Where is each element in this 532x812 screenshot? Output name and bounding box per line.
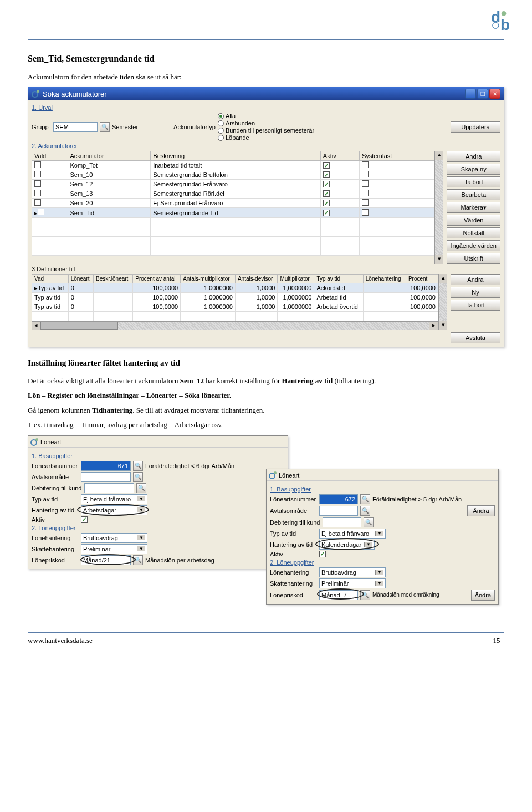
side-buttons-col: ÄndraSkapa nyTa bortBearbetaMarkera ▾Vär… xyxy=(447,151,500,264)
ändra-button[interactable]: Ändra xyxy=(447,151,500,162)
footer-page: - 15 - xyxy=(489,636,504,645)
app-icon xyxy=(30,438,38,446)
top-divider xyxy=(28,39,504,40)
skapa-ny-button[interactable]: Skapa ny xyxy=(447,164,500,175)
ny-button[interactable]: Ny xyxy=(451,287,500,298)
lonehant-combo[interactable]: Bruttoavdrag▼ xyxy=(319,567,386,577)
lookup-button[interactable]: 🔍 xyxy=(364,517,374,527)
skatt-combo[interactable]: Preliminär▼ xyxy=(319,578,386,588)
section-1: 1. Basuppgifter xyxy=(270,486,495,493)
scroll-down-button[interactable]: ▾ xyxy=(439,321,447,330)
acktyp-label: Ackumulatortyp xyxy=(173,124,216,130)
titlebar: Söka ackumulatorer _ ❐ ✕ xyxy=(28,87,504,100)
app-icon xyxy=(269,471,277,479)
pris-input[interactable] xyxy=(81,555,131,565)
app-icon xyxy=(32,90,39,98)
pris-input[interactable] xyxy=(319,590,358,600)
loneartsnummer-input[interactable] xyxy=(81,461,131,471)
grupp-lookup-button[interactable]: 🔍 xyxy=(100,122,110,132)
lookup-button[interactable]: 🔍 xyxy=(360,494,370,504)
markera-button[interactable]: Markera ▾ xyxy=(447,202,500,213)
debit-input[interactable] xyxy=(323,517,361,527)
avtal-input[interactable] xyxy=(81,472,131,482)
scroll-up-button[interactable]: ▴ xyxy=(439,274,447,283)
section-2-header: 2. Ackumulatorer xyxy=(32,143,500,149)
grupp-desc: Semester xyxy=(112,124,138,130)
para-4: Gå igenom kolumnen Tidhantering. Se till… xyxy=(28,405,504,415)
andra-button[interactable]: Ändra xyxy=(471,590,495,601)
brand-logo: d● ○b xyxy=(491,8,510,44)
loneartsnummer-input[interactable] xyxy=(319,494,358,504)
section-2: 2. Löneuppgifter xyxy=(270,559,495,566)
window-title: Löneart xyxy=(40,439,61,445)
scroll-left-button[interactable]: ◂ xyxy=(32,322,40,330)
värden-button[interactable]: Värden xyxy=(447,215,500,226)
para-3: Lön – Register och löneinställningar – L… xyxy=(28,390,504,400)
para-5: T ex. timavdrag = Timmar, avdrag per arb… xyxy=(28,420,504,430)
ta-bort-button[interactable]: Ta bort xyxy=(447,176,500,187)
ändra-button[interactable]: Ändra xyxy=(451,274,500,285)
close-button[interactable]: ✕ xyxy=(489,89,500,99)
aktiv-checkbox[interactable] xyxy=(319,551,326,557)
lookup-button[interactable]: 🔍 xyxy=(133,555,143,565)
loneart-window-right: Löneart 1. Basuppgifter Löneartsnummer 🔍… xyxy=(266,469,499,605)
lookup-button[interactable]: 🔍 xyxy=(136,483,146,493)
page-footer: www.hantverksdata.se - 15 - xyxy=(28,636,504,645)
debit-input[interactable] xyxy=(84,483,134,493)
grupp-input[interactable] xyxy=(53,122,98,132)
hantering-combo[interactable]: Kalenderdagar▼ xyxy=(319,540,375,550)
hantering-combo[interactable]: Arbetsdagar▼ xyxy=(81,505,147,515)
section-1: 1. Basuppgifter xyxy=(32,453,284,459)
definitions-table[interactable]: VadLöneartBeskr.löneartProcent av antalA… xyxy=(32,274,438,321)
side-buttons-col-3: ÄndraNyTa bort xyxy=(451,274,500,330)
lookup-button[interactable]: 🔍 xyxy=(360,590,370,600)
exit-button[interactable]: Avsluta xyxy=(451,332,500,343)
window-title: Löneart xyxy=(279,472,299,479)
acktyp-radio[interactable]: Alla xyxy=(218,113,314,119)
avtal-input[interactable] xyxy=(319,506,358,516)
aktiv-checkbox[interactable] xyxy=(81,516,88,523)
window-title: Söka ackumulatorer xyxy=(43,90,107,98)
acktyp-radio[interactable]: Bunden till personligt semesterår xyxy=(218,127,314,134)
scroll-right-button[interactable]: ▸ xyxy=(429,322,438,330)
scroll-down-button[interactable]: ▾ xyxy=(435,255,443,264)
section-heading-2: Inställning lönearter fältet hantering a… xyxy=(28,358,504,368)
nollställ-button[interactable]: Nollställ xyxy=(447,227,500,238)
search-accumulators-window: Söka ackumulatorer _ ❐ ✕ 1. Urval Grupp … xyxy=(28,87,504,347)
lookup-button[interactable]: 🔍 xyxy=(360,506,370,516)
lonehant-combo[interactable]: Bruttoavdrag▼ xyxy=(81,533,147,543)
typ-combo[interactable]: Ej betald frånvaro▼ xyxy=(81,494,147,504)
section-2: 2. Löneuppgifter xyxy=(32,525,284,531)
skatt-combo[interactable]: Preliminär▼ xyxy=(81,544,147,554)
section-1-header: 1. Urval xyxy=(32,104,500,111)
minimize-button[interactable]: _ xyxy=(465,89,476,99)
accumulators-table[interactable]: ValdAckumulatorBeskrivningAktivSystemfas… xyxy=(32,151,434,256)
andra-button[interactable]: Ändra xyxy=(467,505,495,516)
grupp-label: Grupp xyxy=(32,124,51,130)
num-desc: Föräldraledighet > 5 dgr Arb/Mån xyxy=(372,496,462,503)
maximize-button[interactable]: ❐ xyxy=(477,89,488,99)
page-title: Sem_Tid, Semestergrundande tid xyxy=(28,54,504,64)
acktyp-radio[interactable]: Löpande xyxy=(218,134,314,141)
ta-bort-button[interactable]: Ta bort xyxy=(451,300,500,311)
section-3-header: 3 Definitioner till xyxy=(32,266,500,272)
ingående-värden-button[interactable]: Ingående värden xyxy=(447,240,500,251)
acktyp-radio[interactable]: Årsbunden xyxy=(218,120,314,126)
intro-text: Ackumulatorn för den arbetade tiden ska … xyxy=(28,72,504,82)
num-desc: Föräldraledighet < 6 dgr Arb/Mån xyxy=(145,463,234,469)
utskrift-button[interactable]: Utskrift xyxy=(447,253,500,264)
footer-url: www.hantverksdata.se xyxy=(28,636,93,645)
acktyp-radios: AllaÅrsbundenBunden till personligt seme… xyxy=(218,113,314,141)
bottom-divider xyxy=(28,632,504,633)
scroll-up-button[interactable]: ▴ xyxy=(435,151,443,160)
typ-combo[interactable]: Ej betald frånvaro▼ xyxy=(319,529,386,539)
update-button[interactable]: Uppdatera xyxy=(451,121,500,133)
lookup-button[interactable]: 🔍 xyxy=(133,461,143,471)
loneart-window-left: Löneart 1. Basuppgifter Löneartsnummer 🔍… xyxy=(28,435,288,569)
lookup-button[interactable]: 🔍 xyxy=(133,472,143,482)
bearbeta-button[interactable]: Bearbeta xyxy=(447,189,500,200)
para-2: Det är också viktigt att alla lönearter … xyxy=(28,376,504,386)
